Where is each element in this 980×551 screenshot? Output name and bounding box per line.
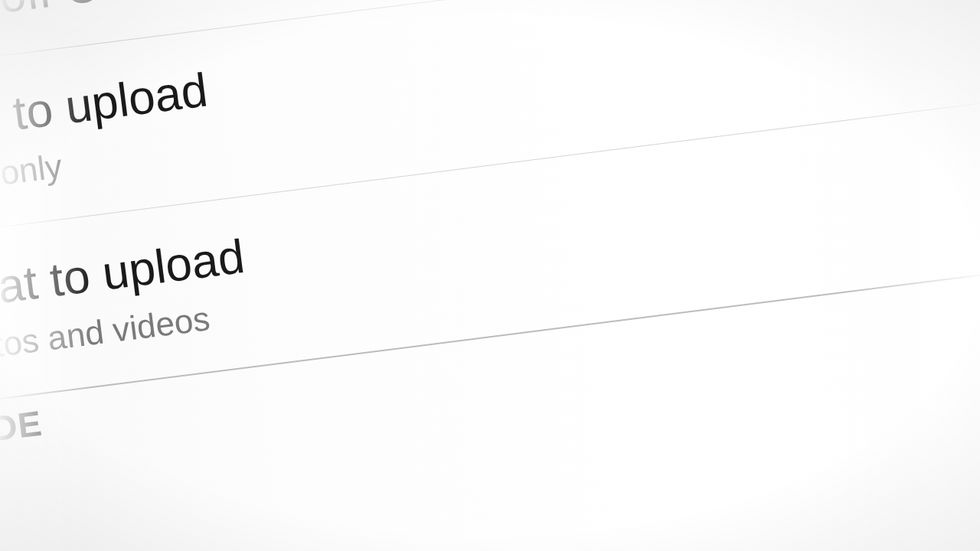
settings-list: CAMERA UPLOAD Turn off Camera Upload How…: [0, 0, 980, 551]
